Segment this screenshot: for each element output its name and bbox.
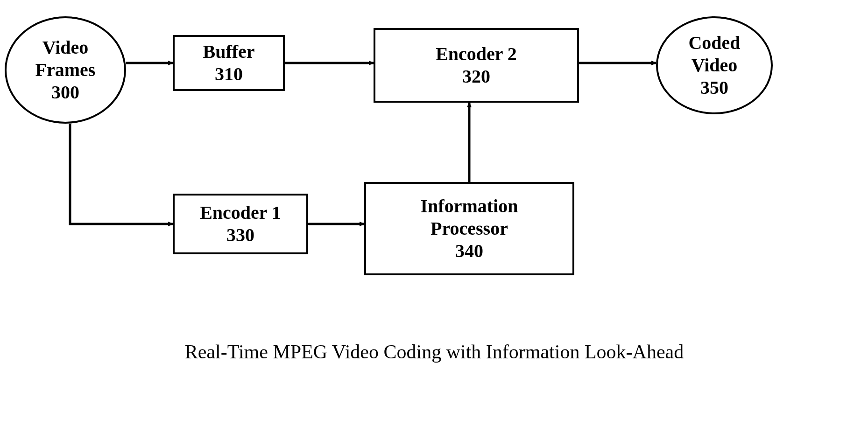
node-number: 330 <box>226 224 254 246</box>
node-label: Buffer <box>203 41 254 63</box>
node-encoder-1: Encoder 1 330 <box>173 194 308 254</box>
node-number: 340 <box>455 240 483 262</box>
node-number: 300 <box>51 81 79 104</box>
node-label: Encoder 1 <box>200 202 281 224</box>
node-label: Video <box>692 54 738 77</box>
node-label: Video <box>42 36 89 59</box>
node-number: 310 <box>215 63 243 85</box>
node-number: 320 <box>462 65 490 88</box>
node-label: Encoder 2 <box>436 43 517 65</box>
node-label: Processor <box>430 217 508 240</box>
node-number: 350 <box>700 77 728 99</box>
node-label: Frames <box>35 59 96 81</box>
diagram-caption: Real-Time MPEG Video Coding with Informa… <box>140 341 728 363</box>
node-label: Information <box>421 195 518 217</box>
node-buffer: Buffer 310 <box>173 35 285 91</box>
node-encoder-2: Encoder 2 320 <box>374 28 579 103</box>
node-video-frames: Video Frames 300 <box>5 16 126 124</box>
node-label: Coded <box>688 32 740 54</box>
node-coded-video: Coded Video 350 <box>656 16 773 114</box>
node-information-processor: Information Processor 340 <box>364 182 574 275</box>
